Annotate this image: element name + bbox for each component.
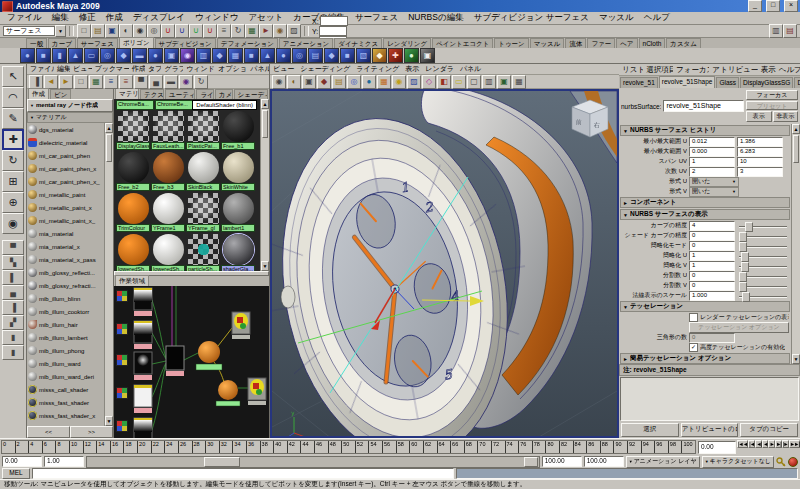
- value-field[interactable]: 0: [689, 231, 735, 241]
- material-swatch[interactable]: SkinWhite: [221, 152, 255, 192]
- shelf-polygon-icon[interactable]: ▲: [68, 48, 83, 63]
- frame-tick[interactable]: 26: [178, 441, 192, 453]
- swatch-label[interactable]: TrimColour: [116, 224, 150, 232]
- textured-icon[interactable]: ▦: [377, 75, 391, 89]
- ipr-render-icon[interactable]: ◉: [273, 24, 287, 38]
- attribute-editor-tab[interactable]: DisplayGlass: [794, 77, 800, 88]
- hypershade-tab[interactable]: テクスチャ: [140, 89, 164, 99]
- value-field[interactable]: 0: [689, 271, 735, 281]
- material-swatch[interactable]: shaderGla...: [221, 234, 255, 271]
- hypershade-menu-item[interactable]: タブ: [145, 64, 161, 74]
- hypershade-menu-item[interactable]: ウィンドウ: [183, 64, 215, 74]
- playback-button[interactable]: ►►|: [789, 440, 800, 448]
- value-slider[interactable]: [737, 232, 789, 240]
- menu-item[interactable]: 修正: [74, 12, 101, 24]
- swatch-label[interactable]: Free_b2: [116, 183, 150, 191]
- frame-tick[interactable]: 36: [246, 441, 260, 453]
- frame-tick[interactable]: 16: [110, 441, 124, 453]
- material-preview-sphere[interactable]: [118, 193, 149, 224]
- frame-tick[interactable]: 56: [382, 441, 396, 453]
- frame-tick[interactable]: 74: [505, 441, 519, 453]
- frame-tick[interactable]: 2: [15, 441, 29, 453]
- viewport-3d-view[interactable]: 1 2 4 5: [270, 89, 619, 438]
- presets-button[interactable]: プリセット: [746, 101, 798, 111]
- notes-textarea[interactable]: [620, 377, 799, 421]
- shelf-tab[interactable]: nCloth: [639, 38, 666, 48]
- layout-two-pane-side[interactable]: ▌: [2, 270, 24, 285]
- scale-tool[interactable]: ⊞: [2, 171, 24, 192]
- bookmarks-icon[interactable]: ◆: [317, 75, 331, 89]
- material-preview-sphere[interactable]: [188, 152, 219, 183]
- wireframe-icon[interactable]: ◎: [347, 75, 361, 89]
- swatch-label[interactable]: loweredSh...: [151, 265, 185, 271]
- menu-item[interactable]: アセット: [244, 12, 289, 24]
- material-node-item[interactable]: mib_illum_lambert: [27, 331, 104, 344]
- frame-tick[interactable]: 34: [232, 441, 246, 453]
- frame-tick[interactable]: 58: [396, 441, 410, 453]
- shelf-polygon-icon[interactable]: ▮: [52, 48, 67, 63]
- material-swatch[interactable]: FauxLeath...: [151, 111, 185, 151]
- playback-start-field[interactable]: 1.00: [44, 456, 84, 467]
- frame-tick[interactable]: 94: [641, 441, 655, 453]
- create-bar-tab[interactable]: 作成: [28, 88, 49, 99]
- value-field[interactable]: 1: [689, 261, 735, 271]
- material-swatch[interactable]: loweredSh...: [151, 234, 185, 271]
- frame-tick[interactable]: 64: [437, 441, 451, 453]
- swatch-label[interactable]: particleSh...: [186, 265, 220, 271]
- layout-single-pane[interactable]: ▀: [2, 240, 24, 255]
- gate-mask-icon[interactable]: ▢: [467, 75, 481, 89]
- resolution-gate-icon[interactable]: ▭: [452, 75, 466, 89]
- swatch-label[interactable]: FauxLeath...: [151, 142, 185, 150]
- material-preview-sphere[interactable]: [153, 111, 184, 142]
- value-field[interactable]: 10: [737, 157, 783, 167]
- render-view-icon[interactable]: ▦: [245, 24, 259, 38]
- swatch-label[interactable]: DisplayGlass: [116, 142, 150, 150]
- shelf-polygon-icon[interactable]: ▣: [164, 48, 179, 63]
- shelf-tab[interactable]: ダイナミクス: [334, 38, 382, 48]
- material-node-item[interactable]: mi_car_paint_phen_x: [27, 162, 104, 175]
- move-tool[interactable]: ✚: [2, 129, 24, 150]
- form-v-dropdown[interactable]: 開いた▼: [689, 187, 739, 197]
- frame-tick[interactable]: 0: [2, 441, 15, 453]
- material-node-item[interactable]: mib_illum_hair: [27, 318, 104, 331]
- shelf-polygon-icon[interactable]: ●: [20, 48, 35, 63]
- attribute-editor-tab[interactable]: revolve_51Shape: [659, 76, 716, 88]
- material-node-item[interactable]: mib_illum_ward_deri: [27, 370, 104, 383]
- shelf-tab[interactable]: サブディビジョン: [155, 38, 216, 48]
- paint-select-tool[interactable]: ✎: [2, 108, 24, 129]
- material-swatch[interactable]: YFrame_gl: [186, 193, 220, 233]
- hypershade-menu-item[interactable]: パネル: [247, 64, 269, 74]
- material-preview-sphere[interactable]: [223, 193, 254, 224]
- current-frame-field[interactable]: 0.00: [698, 441, 736, 454]
- layout-two-pane-stacked[interactable]: ▄: [2, 285, 24, 300]
- frame-tick[interactable]: 60: [409, 441, 423, 453]
- swatch-label[interactable]: ChromeBe...: [155, 100, 193, 110]
- toggle-create-bar-icon[interactable]: ▐: [29, 75, 43, 89]
- create-node-type-dropdown[interactable]: ▼ mental ray ノード作成: [27, 99, 113, 112]
- playback-button[interactable]: ►|: [775, 440, 782, 448]
- value-field[interactable]: 1: [689, 157, 735, 167]
- advanced-tessellation-checkbox[interactable]: ✓: [689, 343, 698, 352]
- shelf-tab[interactable]: レンダリング: [383, 38, 431, 48]
- snap-to-point-icon[interactable]: ∪: [189, 24, 203, 38]
- record-button[interactable]: [788, 457, 798, 467]
- node-name-field[interactable]: revolve_51Shape: [663, 100, 744, 112]
- attribute-editor-tab[interactable]: DisplayGlassSG: [740, 77, 793, 88]
- shelf-tab[interactable]: カスタム: [666, 38, 701, 48]
- select-by-object-icon[interactable]: ◉: [133, 24, 147, 38]
- window-titlebar[interactable]: Autodesk Maya 2009 _ □ ×: [0, 0, 800, 12]
- create-render-node-icon[interactable]: ◉: [179, 75, 193, 89]
- frame-tick[interactable]: 32: [219, 441, 233, 453]
- material-swatch[interactable]: Free_b1: [221, 111, 255, 151]
- playback-end-field[interactable]: 100.00: [542, 456, 582, 467]
- frame-tick[interactable]: 88: [600, 441, 614, 453]
- time-slider-ticks[interactable]: 0246810121416182022242628303234363840424…: [1, 440, 696, 454]
- hypershade-tab[interactable]: シェーディング グ: [234, 89, 268, 99]
- scroll-down-icon[interactable]: ▼: [792, 354, 800, 364]
- material-preview-sphere[interactable]: [153, 193, 184, 224]
- layout-hypershade-persp[interactable]: ▞: [2, 315, 24, 330]
- hypershade-menu-item[interactable]: 作成: [129, 64, 145, 74]
- camera-attributes-icon[interactable]: ▣: [302, 75, 316, 89]
- frame-tick[interactable]: 68: [464, 441, 478, 453]
- hide-button[interactable]: 非表示: [773, 111, 799, 122]
